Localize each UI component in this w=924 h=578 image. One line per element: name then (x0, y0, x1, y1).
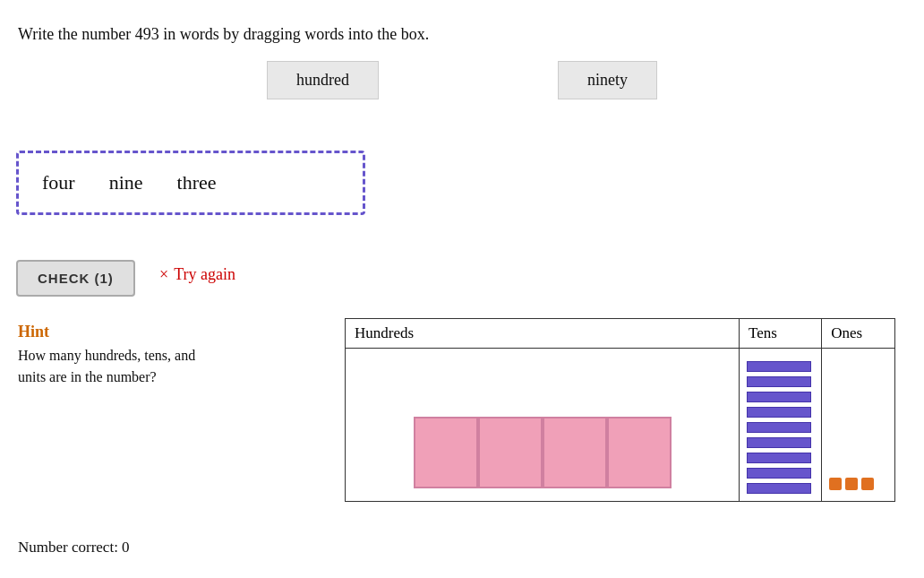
try-again-label: Try again (174, 265, 235, 284)
drop-zone[interactable]: four nine three (16, 151, 365, 215)
word-chip-ninety[interactable]: ninety (558, 61, 657, 99)
blue-bar-9 (747, 483, 811, 494)
drop-word-nine: nine (97, 168, 156, 198)
word-chip-hundred[interactable]: hundred (267, 61, 379, 99)
drop-word-four: four (30, 168, 88, 198)
orange-dot-3 (861, 478, 874, 490)
try-again-x-icon: × (159, 265, 168, 284)
drop-word-three: three (165, 168, 229, 198)
blue-bar-8 (747, 468, 811, 479)
blue-bar-1 (747, 361, 811, 372)
blue-bar-2 (747, 376, 811, 387)
number-correct: Number correct: 0 (18, 539, 130, 556)
word-bank: hundred ninety (0, 61, 924, 99)
pink-block-4 (607, 417, 672, 488)
hint-title: Hint (18, 323, 197, 341)
instruction-text: Write the number 493 in words by draggin… (18, 25, 429, 44)
hint-section: Hint How many hundreds, tens, and units … (18, 323, 197, 388)
blue-bar-6 (747, 437, 811, 448)
check-button[interactable]: CHECK (1) (16, 260, 135, 297)
tens-cell (740, 349, 822, 502)
orange-dots (829, 478, 874, 490)
pink-block-1 (414, 417, 478, 488)
pink-block-3 (543, 417, 607, 488)
blue-bar-5 (747, 422, 811, 433)
col-header-tens: Tens (740, 319, 822, 349)
hint-text: How many hundreds, tens, and units are i… (18, 345, 197, 388)
pink-blocks (414, 417, 672, 488)
place-value-table: Hundreds Tens Ones (345, 318, 895, 502)
col-header-ones: Ones (822, 319, 895, 349)
pink-block-2 (478, 417, 543, 488)
blue-bar-3 (747, 392, 811, 402)
ones-cell (822, 349, 895, 502)
blue-bar-4 (747, 407, 811, 418)
blue-bars (747, 361, 814, 494)
col-header-hundreds: Hundreds (346, 319, 740, 349)
orange-dot-1 (829, 478, 842, 490)
try-again-message: × Try again (159, 265, 235, 284)
orange-dot-2 (845, 478, 858, 490)
hundreds-cell (346, 349, 740, 502)
blue-bar-7 (747, 453, 811, 463)
